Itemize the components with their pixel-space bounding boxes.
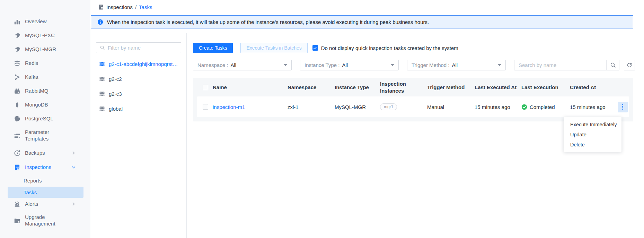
sidebar-item-upgrade-management[interactable]: Upgrade Management bbox=[0, 210, 90, 231]
search-box bbox=[514, 60, 619, 70]
cell-created-at: 15 minutes ago bbox=[570, 104, 613, 110]
create-tasks-button[interactable]: Create Tasks bbox=[193, 43, 233, 53]
server-icon bbox=[99, 61, 105, 67]
select-all-checkbox[interactable] bbox=[203, 85, 208, 90]
col-inspection-instances: Inspection Instances bbox=[380, 80, 418, 94]
breadcrumb: Inspections / Tasks bbox=[98, 4, 152, 10]
cluster-filter[interactable] bbox=[96, 42, 181, 53]
trigger-method-select[interactable]: Trigger Method : All bbox=[407, 60, 506, 70]
instance-type-select-label: Instance Type : bbox=[305, 62, 339, 68]
network-icon bbox=[14, 74, 20, 80]
checkbox-label: Do not display quick inspection tasks cr… bbox=[321, 45, 458, 51]
sidebar-item-parameter-templates[interactable]: Parameter Templates bbox=[0, 126, 90, 146]
sidebar-item-alerts[interactable]: Alerts bbox=[0, 198, 90, 210]
breadcrumb-separator: / bbox=[135, 4, 136, 10]
elephant-icon bbox=[14, 116, 20, 122]
hide-quick-tasks-checkbox-wrap[interactable]: Do not display quick inspection tasks cr… bbox=[312, 45, 458, 51]
bar-chart-icon bbox=[14, 18, 20, 25]
sidebar-item-label: Reports bbox=[24, 178, 42, 184]
caret-down-icon bbox=[498, 64, 501, 68]
folder-gear-icon bbox=[14, 218, 20, 224]
menu-item-delete[interactable]: Delete bbox=[564, 139, 621, 150]
refresh-icon bbox=[627, 62, 632, 68]
alarm-icon bbox=[14, 201, 20, 207]
search-icon bbox=[100, 45, 105, 50]
info-banner-text: When the inspection task is executed, it… bbox=[107, 19, 429, 25]
sidebar-item-redis[interactable]: Redis bbox=[0, 56, 90, 70]
refresh-button[interactable] bbox=[624, 60, 635, 70]
cluster-item-label: global bbox=[109, 106, 180, 112]
info-banner: When the inspection task is executed, it… bbox=[91, 15, 633, 28]
cell-namespace: zxl-1 bbox=[288, 104, 335, 110]
cluster-item[interactable]: g2-c2 bbox=[96, 71, 181, 86]
inspection-doc-icon bbox=[98, 4, 104, 10]
status-badge: Completed bbox=[521, 104, 570, 110]
sidebar-item-inspections[interactable]: Inspections bbox=[0, 160, 90, 174]
menu-item-update[interactable]: Update bbox=[564, 129, 621, 139]
breadcrumb-current[interactable]: Tasks bbox=[139, 4, 152, 10]
col-name: Name bbox=[213, 84, 288, 90]
sidebar-item-label: Redis bbox=[25, 60, 38, 67]
cell-trigger-method: Manual bbox=[427, 104, 475, 110]
table-row: inspection-m1 zxl-1 MySQL-MGR mgr1 Manua… bbox=[197, 96, 629, 117]
search-button[interactable] bbox=[606, 60, 619, 70]
menu-item-execute-immediately[interactable]: Execute Immediately bbox=[564, 119, 621, 129]
backup-icon bbox=[14, 150, 20, 156]
cluster-item[interactable]: g2-c3 bbox=[96, 86, 181, 101]
status-text: Completed bbox=[530, 104, 555, 110]
namespace-select[interactable]: Namespace : All bbox=[193, 60, 292, 70]
trigger-method-select-label: Trigger Method : bbox=[412, 62, 450, 68]
chevron-right-icon bbox=[71, 202, 76, 206]
sliders-icon bbox=[14, 133, 20, 139]
check-circle-icon bbox=[521, 104, 527, 110]
task-name-link[interactable]: inspection-m1 bbox=[213, 104, 288, 110]
col-created-at: Created At bbox=[570, 84, 613, 90]
inspection-icon bbox=[14, 164, 20, 171]
search-icon bbox=[610, 62, 616, 68]
cluster-item[interactable]: global bbox=[96, 101, 181, 116]
namespace-select-value: All bbox=[230, 62, 284, 68]
row-actions-kebab-button[interactable] bbox=[618, 102, 628, 112]
sidebar-item-label: MySQL-MGR bbox=[25, 46, 56, 53]
server-icon bbox=[99, 106, 105, 112]
sidebar-item-kafka[interactable]: Kafka bbox=[0, 70, 90, 84]
col-namespace: Namespace bbox=[288, 84, 335, 90]
sidebar-item-mysql-mgr[interactable]: MySQL-MGR bbox=[0, 42, 90, 56]
instance-type-select[interactable]: Instance Type : All bbox=[300, 60, 399, 70]
sidebar: Overview MySQL-PXC MySQL-MGR Redis Kafka… bbox=[0, 0, 90, 238]
sidebar-item-postgresql[interactable]: PostgreSQL bbox=[0, 112, 90, 126]
sidebar-item-mysql-pxc[interactable]: MySQL-PXC bbox=[0, 28, 90, 42]
row-checkbox[interactable] bbox=[203, 104, 208, 110]
col-last-execution: Last Execution bbox=[521, 84, 570, 90]
sidebar-item-mongodb[interactable]: MongoDB bbox=[0, 98, 90, 112]
cluster-panel: g2-c1-abcdefghijklmnopqrstuvwx... g2-c2 … bbox=[91, 33, 187, 238]
caret-down-icon bbox=[391, 64, 394, 68]
server-icon bbox=[99, 76, 105, 82]
sidebar-item-label: Overview bbox=[25, 18, 47, 25]
cell-instance-type: MySQL-MGR bbox=[335, 104, 380, 110]
sidebar-item-overview[interactable]: Overview bbox=[0, 15, 90, 28]
leaf-icon bbox=[14, 102, 20, 108]
sidebar-item-reports[interactable]: Reports bbox=[0, 174, 90, 187]
dolphin-icon bbox=[14, 46, 20, 53]
sidebar-item-rabbitmq[interactable]: RabbitMQ bbox=[0, 84, 90, 98]
checkbox-checked-icon[interactable] bbox=[312, 45, 318, 51]
search-input[interactable] bbox=[514, 62, 606, 68]
sidebar-item-tasks[interactable]: Tasks bbox=[8, 187, 83, 198]
chevron-right-icon bbox=[71, 151, 76, 155]
table-header: Name Namespace Instance Type Inspection … bbox=[193, 78, 633, 96]
cluster-item[interactable]: g2-c1-abcdefghijklmnopqrstuvwx... bbox=[96, 57, 181, 71]
sidebar-item-label: Kafka bbox=[25, 74, 38, 80]
cluster-item-label: g2-c1-abcdefghijklmnopqrstuvwx... bbox=[109, 61, 180, 67]
server-icon bbox=[99, 91, 105, 97]
cluster-filter-input[interactable] bbox=[108, 45, 177, 51]
cluster-item-label: g2-c3 bbox=[109, 91, 180, 97]
sidebar-item-backups[interactable]: Backups bbox=[0, 146, 90, 160]
sidebar-item-label: MySQL-PXC bbox=[25, 32, 55, 39]
sidebar-item-label: Backups bbox=[25, 150, 45, 156]
trigger-method-select-value: All bbox=[452, 62, 498, 68]
execute-batches-button[interactable]: Execute Tasks in Batches bbox=[240, 43, 307, 53]
tasks-table: Name Namespace Instance Type Inspection … bbox=[193, 78, 633, 121]
col-last-executed-at: Last Executed At bbox=[475, 84, 521, 90]
instance-tag: mgr1 bbox=[380, 103, 397, 110]
